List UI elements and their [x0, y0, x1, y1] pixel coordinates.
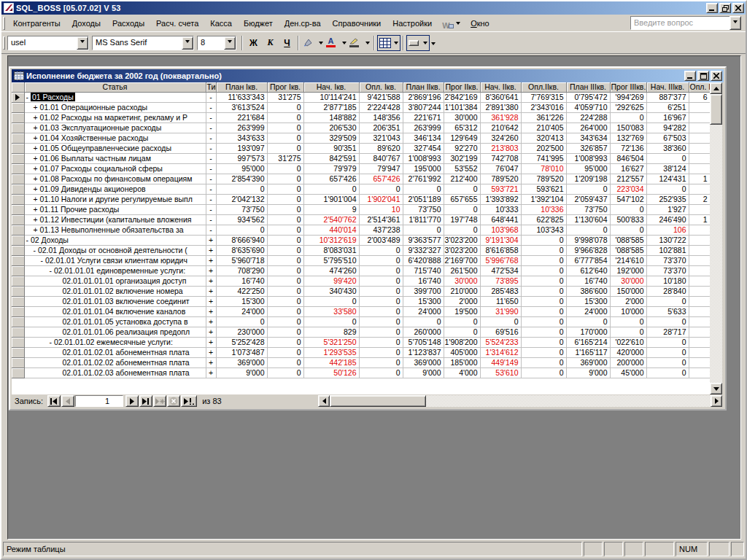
value-cell[interactable]: 0: [521, 286, 566, 296]
value-cell[interactable]: 124'431: [646, 174, 689, 184]
value-cell[interactable]: 1'293'535: [303, 347, 359, 357]
italic-button[interactable]: К: [262, 35, 279, 51]
article-cell[interactable]: 02.01.01.01.04 включение каналов: [24, 306, 206, 316]
scroll-up-button[interactable]: [710, 82, 722, 94]
value-cell[interactable]: 5'960'718: [216, 255, 267, 265]
value-cell[interactable]: 4'059'710: [566, 102, 610, 112]
value-cell[interactable]: 50'126: [303, 368, 359, 378]
value-cell[interactable]: 420'000: [610, 347, 646, 357]
value-cell[interactable]: 442'185: [303, 357, 359, 368]
value-cell[interactable]: 0: [610, 225, 646, 235]
goto-record-button[interactable]: [181, 395, 197, 407]
type-cell[interactable]: +: [206, 255, 216, 265]
type-cell[interactable]: -: [206, 225, 216, 235]
value-cell[interactable]: 789'520: [480, 174, 521, 184]
value-cell[interactable]: 10: [359, 204, 403, 214]
value-cell[interactable]: 0: [267, 225, 303, 235]
close-button[interactable]: [732, 3, 744, 13]
value-cell[interactable]: 252'935: [646, 194, 689, 204]
gridlines-button[interactable]: [377, 35, 400, 51]
value-cell[interactable]: 0: [610, 112, 646, 122]
value-cell[interactable]: 206'351: [359, 122, 403, 133]
value-cell[interactable]: 73'370: [646, 255, 689, 265]
record-selector[interactable]: [12, 337, 24, 347]
article-cell[interactable]: 02.01.01.01.05 установка доступа в: [24, 316, 206, 327]
value-cell[interactable]: 10'180: [646, 276, 689, 286]
value-cell[interactable]: 72'136: [610, 143, 646, 153]
value-cell[interactable]: 0: [566, 225, 610, 235]
value-cell[interactable]: 0: [267, 163, 303, 174]
value-cell[interactable]: 648'441: [480, 214, 521, 225]
value-cell[interactable]: 405'000: [444, 347, 480, 357]
value-cell[interactable]: [689, 347, 710, 357]
value-cell[interactable]: 33'580: [303, 306, 359, 316]
value-cell[interactable]: 76'047: [480, 163, 521, 174]
cancel-button[interactable]: [167, 395, 180, 407]
value-cell[interactable]: 3'807'244: [403, 102, 444, 112]
value-cell[interactable]: 2'224'428: [359, 102, 403, 112]
type-cell[interactable]: +: [206, 276, 216, 286]
value-cell[interactable]: 0: [267, 265, 303, 276]
value-cell[interactable]: 38'124: [646, 163, 689, 174]
value-cell[interactable]: [689, 337, 710, 347]
value-cell[interactable]: 0: [521, 235, 566, 245]
value-cell[interactable]: 0: [480, 316, 521, 327]
article-cell[interactable]: 02.01.01.01.03 включение соединит: [24, 296, 206, 306]
value-cell[interactable]: 361'226: [521, 112, 566, 122]
type-cell[interactable]: -: [206, 174, 216, 184]
value-cell[interactable]: 28'717: [646, 327, 689, 337]
value-cell[interactable]: 0: [521, 296, 566, 306]
vertical-scrollbar[interactable]: [710, 82, 722, 394]
value-cell[interactable]: 472'534: [480, 265, 521, 276]
special-effect-button[interactable]: [406, 35, 430, 51]
column-header-4[interactable]: Нач. Iкв.: [303, 82, 359, 92]
article-cell[interactable]: 02.01.01.01.02 включение номера: [24, 286, 206, 296]
article-cell[interactable]: + 01.04 Хозяйственные расходы: [24, 133, 206, 143]
value-cell[interactable]: 715'740: [403, 265, 444, 276]
value-cell[interactable]: 0: [267, 133, 303, 143]
value-cell[interactable]: 0: [610, 327, 646, 337]
value-cell[interactable]: 148'356: [359, 112, 403, 122]
value-cell[interactable]: 11'650: [480, 296, 521, 306]
article-cell[interactable]: - 02.01 Доходы от основной деятельности …: [24, 245, 206, 255]
last-record-button[interactable]: [139, 395, 152, 407]
value-cell[interactable]: 263'999: [403, 122, 444, 133]
value-cell[interactable]: 15'300: [403, 296, 444, 306]
value-cell[interactable]: 0: [303, 184, 359, 194]
value-cell[interactable]: 4'000: [444, 368, 480, 378]
value-cell[interactable]: 0: [521, 347, 566, 357]
record-selector[interactable]: [12, 214, 24, 225]
value-cell[interactable]: 78'010: [521, 163, 566, 174]
value-cell[interactable]: 8'360'641: [480, 92, 521, 102]
value-cell[interactable]: 261'500: [444, 265, 480, 276]
column-header-10[interactable]: План IIIкв.: [566, 82, 610, 92]
menu-item-4[interactable]: Касса: [204, 16, 238, 31]
value-cell[interactable]: 842'591: [303, 153, 359, 163]
value-cell[interactable]: 0: [646, 368, 689, 378]
value-cell[interactable]: 0: [359, 327, 403, 337]
value-cell[interactable]: 2'540'762: [303, 214, 359, 225]
value-cell[interactable]: 0: [444, 316, 480, 327]
ask-question-dropdown[interactable]: [729, 16, 741, 30]
value-cell[interactable]: 369'000: [403, 357, 444, 368]
article-cell[interactable]: + 01.09 Дивиденды акционеров: [24, 184, 206, 194]
column-header-7[interactable]: Прог IIкв.: [444, 82, 480, 92]
column-header-8[interactable]: Нач. IIкв.: [480, 82, 521, 92]
value-cell[interactable]: 5'524'233: [480, 337, 521, 347]
record-selector[interactable]: [12, 296, 24, 306]
value-cell[interactable]: 0: [359, 306, 403, 316]
child-close-button[interactable]: [711, 71, 722, 81]
value-cell[interactable]: 2'877'185: [303, 102, 359, 112]
value-cell[interactable]: 0: [521, 368, 566, 378]
value-cell[interactable]: 10'336: [521, 204, 566, 214]
value-cell[interactable]: 1: [689, 214, 710, 225]
record-selector[interactable]: [12, 265, 24, 276]
value-cell[interactable]: 500'833: [610, 214, 646, 225]
menu-item-3[interactable]: Расч. счета: [150, 16, 204, 31]
record-selector[interactable]: [12, 286, 24, 296]
value-cell[interactable]: 31'275: [267, 92, 303, 102]
value-cell[interactable]: 622'825: [521, 214, 566, 225]
value-cell[interactable]: 0: [566, 184, 610, 194]
line-color-button[interactable]: [348, 35, 371, 51]
value-cell[interactable]: 0: [267, 255, 303, 265]
